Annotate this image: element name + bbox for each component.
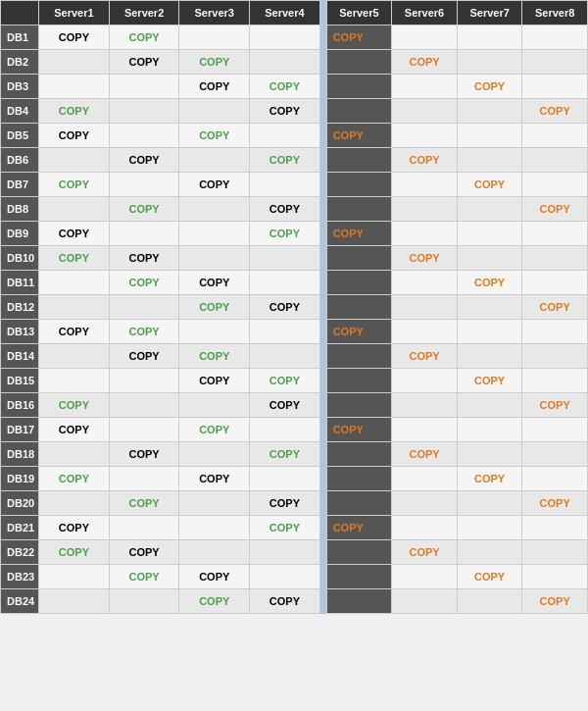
copy-label: COPY xyxy=(333,31,364,43)
cell xyxy=(179,222,250,246)
cell xyxy=(392,320,458,344)
cell xyxy=(326,99,392,124)
table-row: DB22COPYCOPY xyxy=(1,540,320,565)
copy-label: COPY xyxy=(270,448,300,460)
copy-label: COPY xyxy=(409,448,439,460)
table-row: COPY xyxy=(326,173,587,197)
cell xyxy=(250,25,320,50)
cell xyxy=(109,173,179,197)
cell: COPY xyxy=(39,99,110,124)
copy-label: COPY xyxy=(270,154,300,166)
copy-label: COPY xyxy=(540,595,570,607)
copy-label: COPY xyxy=(474,80,505,92)
cell: COPY xyxy=(392,344,458,369)
copy-label: COPY xyxy=(409,56,439,68)
copy-label: COPY xyxy=(474,571,505,583)
cell: COPY xyxy=(39,540,110,565)
db-label: DB9 xyxy=(1,222,39,246)
cell xyxy=(522,148,588,173)
copy-label: COPY xyxy=(59,228,89,239)
table-row: DB16COPYCOPY xyxy=(1,393,320,418)
copy-label: COPY xyxy=(128,571,159,583)
cell: COPY xyxy=(109,197,179,222)
table-row: COPY xyxy=(326,467,587,491)
copy-label: COPY xyxy=(199,595,229,607)
cell xyxy=(392,418,458,442)
db-label: DB7 xyxy=(1,173,39,197)
copy-label: COPY xyxy=(199,56,229,68)
cell xyxy=(457,344,522,369)
copy-label: COPY xyxy=(199,424,229,435)
server-header-server2: Server2 xyxy=(109,1,179,25)
cell xyxy=(109,467,179,491)
table-row: COPY xyxy=(326,516,587,540)
table-row: COPY xyxy=(326,271,587,295)
copy-label: COPY xyxy=(270,80,300,92)
cell: COPY xyxy=(109,25,179,50)
cell xyxy=(39,75,110,99)
db-label: DB15 xyxy=(1,369,39,393)
cell: COPY xyxy=(39,173,110,197)
table-row: DB6COPYCOPY xyxy=(1,148,320,173)
cell: COPY xyxy=(179,589,250,614)
copy-label: COPY xyxy=(540,497,570,509)
cell xyxy=(392,393,458,418)
cell xyxy=(39,369,110,393)
db-label: DB19 xyxy=(1,467,39,491)
cell: COPY xyxy=(392,148,458,173)
table-row: COPY xyxy=(326,222,587,246)
copy-label: COPY xyxy=(59,522,89,533)
db-label: DB8 xyxy=(1,197,39,222)
cell xyxy=(522,271,588,295)
copy-label: COPY xyxy=(270,105,300,117)
cell xyxy=(457,418,522,442)
cell: COPY xyxy=(179,173,250,197)
cell xyxy=(326,393,392,418)
cell xyxy=(109,75,179,99)
cell: COPY xyxy=(39,467,110,491)
cell xyxy=(392,467,458,491)
cell xyxy=(326,442,392,467)
table-row: COPY xyxy=(326,393,587,418)
table-row: DB7COPYCOPY xyxy=(1,173,320,197)
cell xyxy=(457,393,522,418)
cell: COPY xyxy=(326,418,392,442)
cell xyxy=(326,197,392,222)
copy-label: COPY xyxy=(333,522,364,533)
table-row: DB13COPYCOPY xyxy=(1,320,320,344)
cell: COPY xyxy=(457,271,522,295)
cell: COPY xyxy=(179,344,250,369)
table-row: COPY xyxy=(326,320,587,344)
copy-label: COPY xyxy=(59,546,89,558)
table-row: DB17COPYCOPY xyxy=(1,418,320,442)
table-row: DB11COPYCOPY xyxy=(1,271,320,295)
cell: COPY xyxy=(109,50,179,75)
copy-label: COPY xyxy=(59,252,89,264)
cell xyxy=(109,295,179,320)
copy-label: COPY xyxy=(333,129,364,141)
cell: COPY xyxy=(250,222,320,246)
cell: COPY xyxy=(392,246,458,271)
cell: COPY xyxy=(109,344,179,369)
cell xyxy=(250,344,320,369)
cell: COPY xyxy=(522,295,588,320)
copy-label: COPY xyxy=(199,80,229,92)
cell xyxy=(39,589,110,614)
copy-label: COPY xyxy=(128,154,159,166)
cell xyxy=(326,173,392,197)
cell xyxy=(179,197,250,222)
copy-label: COPY xyxy=(409,154,439,166)
table-row: DB2COPYCOPY xyxy=(1,50,320,75)
cell: COPY xyxy=(326,222,392,246)
cell xyxy=(250,124,320,148)
cell xyxy=(522,516,588,540)
db-label: DB13 xyxy=(1,320,39,344)
cell: COPY xyxy=(522,99,588,124)
cell xyxy=(179,540,250,565)
cell: COPY xyxy=(326,25,392,50)
db-label: DB4 xyxy=(1,99,39,124)
cell: COPY xyxy=(39,222,110,246)
cell xyxy=(39,197,110,222)
cell: COPY xyxy=(522,393,588,418)
cell: COPY xyxy=(250,491,320,516)
